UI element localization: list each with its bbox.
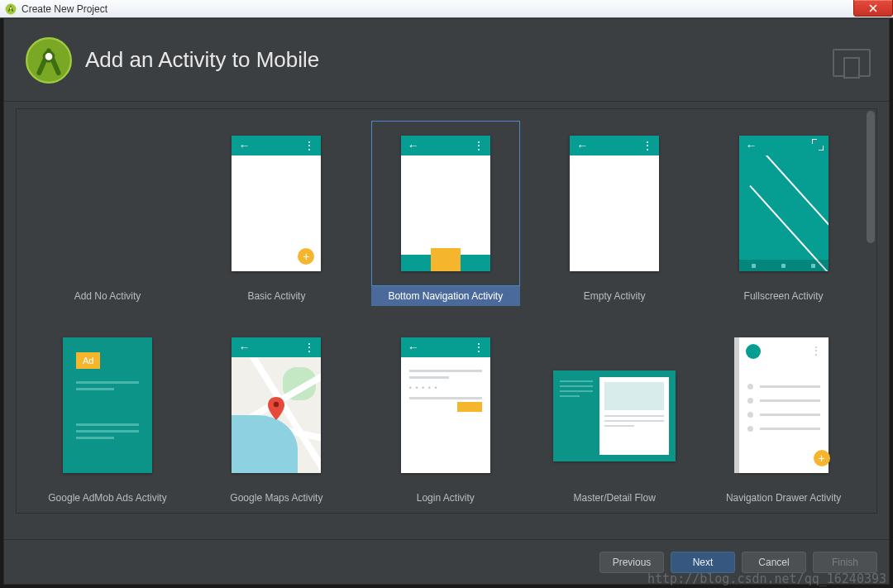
template-label: Empty Activity [540, 286, 689, 306]
template-label: Fullscreen Activity [709, 286, 858, 306]
overflow-icon: ⋮ [642, 139, 652, 152]
template-label: Add No Activity [33, 286, 182, 306]
template-label: Navigation Drawer Activity [709, 488, 858, 508]
scrollbar-thumb[interactable] [867, 111, 875, 243]
template-google-maps-activity[interactable]: ←⋮ Google Maps Activity [202, 323, 351, 508]
template-thumb: ⋮ + [739, 337, 829, 473]
templates-panel: Add No Activity ←⋮ + Basic Activity ←⋮ [16, 108, 877, 514]
template-label: Login Activity [371, 488, 520, 508]
back-arrow-icon: ← [408, 341, 419, 354]
fab-icon: + [298, 248, 314, 265]
template-label: Bottom Navigation Activity [371, 286, 520, 306]
form-factor-icon [833, 49, 871, 77]
back-arrow-icon: ← [746, 139, 757, 152]
template-thumb: ← [739, 136, 829, 271]
overflow-icon: ⋮ [473, 341, 484, 354]
back-arrow-icon: ← [408, 139, 419, 152]
template-navigation-drawer-activity[interactable]: ⋮ + Navigation Drawer Activity [709, 323, 858, 508]
previous-button[interactable]: Previous [599, 552, 664, 573]
android-studio-logo-icon [26, 37, 72, 84]
page-title: Add an Activity to Mobile [85, 47, 319, 73]
template-label: Basic Activity [202, 286, 351, 306]
wizard-footer: Previous Next Cancel Finish [4, 539, 889, 584]
template-thumb: ←⋮ [401, 136, 490, 271]
avatar-icon [746, 344, 761, 359]
back-arrow-icon: ← [238, 139, 250, 152]
wizard-window: Add an Activity to Mobile Add No Activit… [3, 18, 890, 585]
cancel-button[interactable]: Cancel [742, 552, 806, 573]
overflow-icon: ⋮ [810, 344, 822, 357]
templates-grid: Add No Activity ←⋮ + Basic Activity ←⋮ [17, 109, 876, 514]
login-button-icon [457, 402, 482, 412]
finish-button[interactable]: Finish [813, 552, 877, 573]
window-titlebar: Create New Project [0, 0, 893, 18]
overflow-icon: ⋮ [473, 139, 484, 152]
template-thumb: ←⋮ • • • • • [401, 337, 490, 473]
back-arrow-icon: ← [238, 341, 250, 354]
fullscreen-icon [812, 139, 824, 151]
fab-icon: + [814, 450, 830, 466]
template-google-admob-ads-activity[interactable]: Ad Google AdMob Ads Activity [33, 323, 182, 508]
template-label: Google AdMob Ads Activity [33, 488, 182, 508]
template-add-no-activity[interactable]: Add No Activity [33, 121, 182, 306]
template-thumb: Ad [63, 337, 152, 473]
window-title: Create New Project [21, 3, 107, 15]
svg-point-1 [10, 7, 12, 8]
back-arrow-icon: ← [576, 139, 588, 152]
template-fullscreen-activity[interactable]: ← Fullscreen Activity [709, 121, 858, 306]
map-pin-icon [268, 397, 284, 423]
content-area: Add No Activity ←⋮ + Basic Activity ←⋮ [4, 102, 889, 539]
window-close-button[interactable] [853, 0, 893, 17]
next-button[interactable]: Next [671, 552, 735, 573]
android-studio-logo-icon [5, 3, 17, 15]
template-thumb: ←⋮ + [232, 136, 321, 271]
template-bottom-navigation-activity[interactable]: ←⋮ Bottom Navigation Activity [371, 121, 520, 306]
template-thumb: ←⋮ [232, 337, 321, 473]
ad-badge-icon: Ad [76, 352, 100, 369]
template-basic-activity[interactable]: ←⋮ + Basic Activity [202, 121, 351, 306]
template-label: Google Maps Activity [202, 488, 351, 508]
overflow-icon: ⋮ [303, 139, 314, 152]
overflow-icon: ⋮ [303, 341, 314, 354]
svg-point-6 [274, 402, 279, 407]
template-thumb: ←⋮ [570, 136, 659, 271]
template-master-detail-flow[interactable]: Master/Detail Flow [540, 323, 689, 508]
bottom-nav-icon [401, 255, 490, 271]
wizard-header: Add an Activity to Mobile [4, 19, 889, 102]
template-thumb [63, 136, 152, 271]
template-empty-activity[interactable]: ←⋮ Empty Activity [540, 121, 689, 306]
template-login-activity[interactable]: ←⋮ • • • • • Login Activity [371, 323, 520, 508]
template-thumb [553, 370, 676, 461]
fullscreen-body-icon [739, 155, 829, 271]
template-label: Master/Detail Flow [540, 488, 689, 508]
